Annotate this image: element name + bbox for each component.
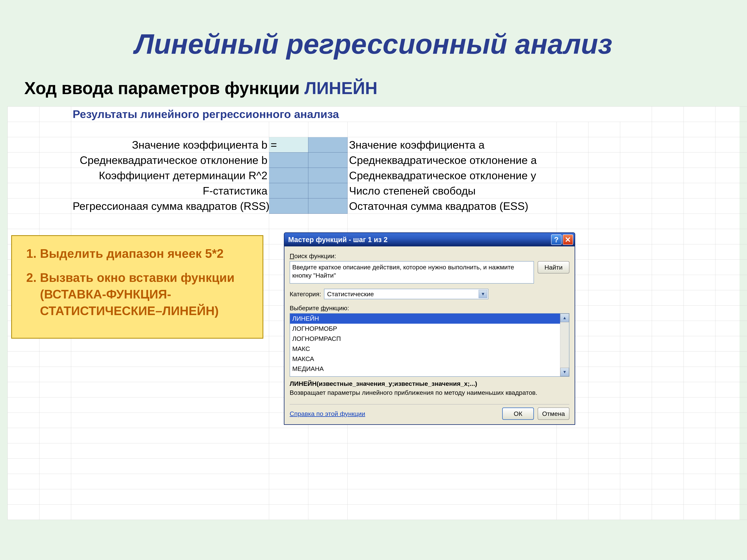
category-label: Категория: [290,290,321,298]
instruction-step-1: Выделить диапазон ячеек 5*2 [40,245,255,262]
sheet-header: Результаты линейного регрессионного анал… [71,107,652,122]
divider [290,404,569,404]
function-wizard-dialog: Мастер функций - шаг 1 из 2 ? ✕ Поиск фу… [284,232,575,425]
row-left-label: Среднеквадратическое отклонение b [71,153,269,168]
selected-cell[interactable] [269,198,308,214]
row-right-label: Остаточная сумма квадратов (ESS) [347,198,557,214]
list-item[interactable]: МЕДИАНА [290,364,569,374]
row-left-label: Регрессионаая сумма квадратов (RSS) [71,198,269,214]
selected-cell[interactable] [269,153,308,168]
selected-cell[interactable] [308,153,347,168]
list-item[interactable]: МАКСА [290,354,569,364]
row-right-label: Значение коэффициента a [347,137,557,153]
find-button[interactable]: Найти [538,261,569,273]
slide-subtitle: Ход ввода параметров функции ЛИНЕЙН [24,78,378,98]
selected-cell[interactable] [308,168,347,183]
help-icon[interactable]: ? [551,235,562,245]
search-input[interactable]: Введите краткое описание действия, котор… [290,261,534,284]
list-item[interactable]: ЛИНЕЙН [290,314,569,324]
instruction-step-2: Вызвать окно вставки функции (ВСТАВКА-ФУ… [40,269,255,319]
cancel-button[interactable]: Отмена [538,407,569,420]
subtitle-function-name: ЛИНЕЙН [304,79,378,98]
search-label: Поиск функции: [290,252,336,260]
list-item[interactable]: МАКС [290,344,569,354]
function-syntax: ЛИНЕЙН(известные_значения_y;известные_зн… [290,380,569,387]
list-item[interactable]: ЛОГНОРМОБР [290,324,569,334]
slide-title: Линейный регрессионный анализ [19,28,728,60]
selected-cell[interactable] [269,168,308,183]
category-value: Статистические [327,290,374,298]
scroll-down-icon[interactable]: ▼ [560,368,569,376]
table-row: F-статистика Число степеней свободы [8,183,747,198]
category-combobox[interactable]: Статистические ▼ [324,289,488,299]
row-right-label: Среднеквадратическое отклонение a [347,153,557,168]
dialog-title: Мастер функций - шаг 1 из 2 [288,236,550,244]
help-link[interactable]: Справка по этой функции [290,410,498,418]
table-row: Регрессионаая сумма квадратов (RSS) Оста… [8,198,747,214]
row-left-label: Значение коэффициента b [71,137,269,153]
ok-button[interactable]: ОК [502,407,534,420]
selected-cell[interactable] [269,183,308,198]
selected-cell[interactable]: = [269,137,308,153]
list-item[interactable]: МИН [290,374,569,377]
row-left-label: F-статистика [71,183,269,198]
selected-cell[interactable] [308,198,347,214]
close-icon[interactable]: ✕ [563,235,573,245]
selected-cell[interactable] [308,183,347,198]
table-row: Коэффициент детерминации R^2 Среднеквадр… [8,168,747,183]
function-listbox[interactable]: ЛИНЕЙН ЛОГНОРМОБР ЛОГНОРМРАСП МАКС МАКСА… [290,313,569,377]
scroll-up-icon[interactable]: ▲ [560,314,569,322]
instructions-callout: Выделить диапазон ячеек 5*2 Вызвать окно… [11,235,263,339]
row-left-label: Коэффициент детерминации R^2 [71,168,269,183]
function-description: Возвращает параметры линейного приближен… [290,389,569,397]
scrollbar[interactable]: ▲ ▼ [560,314,569,376]
select-function-label: Выберите функцию: [290,304,349,312]
row-right-label: Среднеквадратическое отклонение y [347,168,557,183]
table-row: Значение коэффициента b = Значение коэфф… [8,137,747,153]
subtitle-prefix: Ход ввода параметров функции [24,79,304,98]
dialog-titlebar[interactable]: Мастер функций - шаг 1 из 2 ? ✕ [284,233,575,246]
selected-cell[interactable] [308,137,347,153]
scrollbar-track[interactable] [560,322,569,368]
list-item[interactable]: ЛОГНОРМРАСП [290,334,569,344]
row-right-label: Число степеней свободы [347,183,557,198]
table-row: Среднеквадратическое отклонение b Средне… [8,153,747,168]
chevron-down-icon[interactable]: ▼ [479,290,487,298]
